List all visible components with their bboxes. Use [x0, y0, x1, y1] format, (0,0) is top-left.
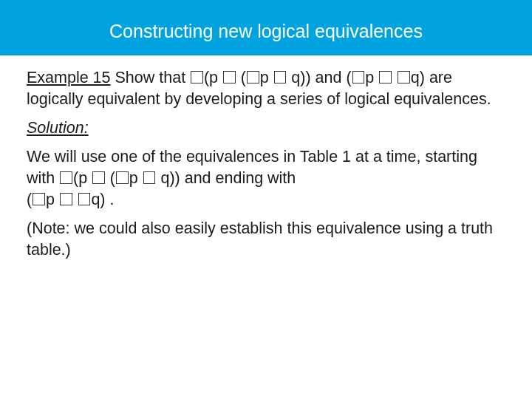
placeholder-icon — [60, 193, 72, 205]
expr-text — [392, 69, 397, 86]
placeholder-icon — [191, 71, 203, 83]
placeholder-icon — [60, 171, 72, 184]
example-label: Example 15 — [27, 69, 111, 86]
solution-text — [73, 191, 78, 208]
expr-text: (p — [204, 69, 222, 86]
example-paragraph: Example 15 Show that (p (p q)) and (p q)… — [27, 67, 505, 110]
placeholder-icon — [116, 171, 129, 184]
placeholder-icon — [223, 71, 236, 83]
slide-content: Example 15 Show that (p (p q)) and (p q)… — [0, 55, 532, 261]
note-paragraph: (Note: we could also easily establish th… — [27, 218, 505, 261]
placeholder-icon — [247, 71, 259, 83]
placeholder-icon — [352, 71, 365, 83]
solution-text: q) . — [91, 191, 114, 208]
placeholder-icon — [143, 171, 156, 184]
placeholder-icon — [78, 193, 91, 205]
title-bar: Constructing new logical equivalences — [0, 0, 532, 55]
placeholder-icon — [398, 71, 410, 83]
example-text: Show that — [111, 69, 191, 86]
solution-text: ( — [106, 169, 115, 187]
slide-title: Constructing new logical equivalences — [15, 21, 517, 42]
placeholder-icon — [33, 193, 45, 205]
solution-label-line: Solution: — [27, 117, 505, 139]
placeholder-icon — [92, 171, 105, 184]
solution-text: (p — [73, 169, 92, 187]
solution-text: ( — [27, 191, 32, 208]
solution-paragraph-1: We will use one of the equivalences in T… — [27, 146, 505, 211]
placeholder-icon — [379, 71, 392, 83]
solution-text: p — [46, 191, 59, 208]
placeholder-icon — [274, 71, 287, 83]
slide: Constructing new logical equivalences Ex… — [0, 0, 532, 399]
expr-text: ( — [236, 69, 246, 86]
expr-text: p — [260, 69, 273, 86]
expr-text: p — [365, 69, 378, 86]
solution-text: p — [129, 169, 143, 187]
expr-text: q)) and ( — [287, 69, 351, 86]
solution-text: q)) and ending with — [156, 169, 296, 187]
solution-label: Solution: — [27, 119, 89, 137]
